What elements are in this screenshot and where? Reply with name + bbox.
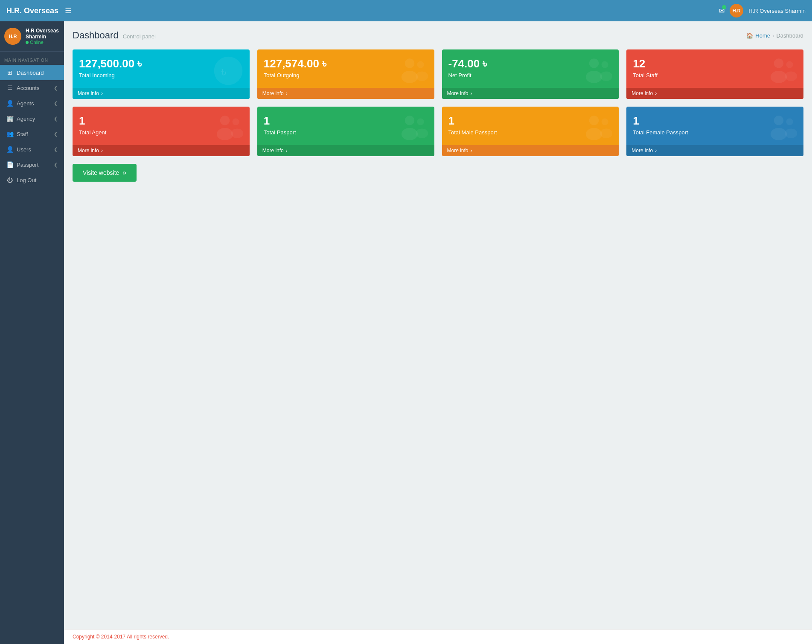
card-label: Total Agent <box>79 129 243 136</box>
sidebar-item-agency[interactable]: 🏢 Agency ❮ <box>0 111 64 126</box>
visit-website-button[interactable]: Visite website » <box>73 164 137 182</box>
arrow-right-icon: › <box>286 148 288 154</box>
card-total-agent: 1 Total Agent More info › <box>73 107 250 156</box>
card-label: Total Pasport <box>264 129 428 136</box>
sidebar-user-info: H.R Overseas Sharmin Online <box>26 28 60 45</box>
notification-icon[interactable]: ✉ <box>719 7 725 15</box>
chevron-right-icon: ❮ <box>54 116 58 122</box>
card-total-passport: 1 Total Pasport More info › <box>257 107 434 156</box>
card-total-male-passport: 1 Total Male Passport More info › <box>442 107 619 156</box>
staff-icon: 👥 <box>6 131 13 137</box>
card-label: Total Male Passport <box>448 129 613 136</box>
navbar-left: H.R. Overseas ☰ <box>6 6 72 15</box>
users-icon: 👤 <box>6 146 13 153</box>
cards-row-1: 127,500.00 ৳ Total Incoming ৳ More info … <box>73 49 803 99</box>
sidebar-avatar: H.R <box>4 28 21 45</box>
card-value: 127,500.00 ৳ <box>79 57 243 70</box>
card-value: 1 <box>633 114 797 128</box>
card-label: Net Profit <box>448 72 613 78</box>
rights-text: All rights reserved. <box>127 634 169 640</box>
sidebar: H.R H.R Overseas Sharmin Online Main Nav… <box>0 21 64 644</box>
card-value: 1 <box>264 114 428 128</box>
card-label: Total Incoming <box>79 72 243 78</box>
footer: Copyright © 2014-2017 All rights reserve… <box>64 629 812 644</box>
arrow-right-icon: › <box>101 148 103 154</box>
card-value: 1 <box>448 114 613 128</box>
card-value: -74.00 ৳ <box>448 57 613 70</box>
sidebar-item-agents[interactable]: 👤 Agents ❮ <box>0 96 64 111</box>
top-navbar: H.R. Overseas ☰ ✉ H.R H.R Overseas Sharm… <box>0 0 812 21</box>
breadcrumb-current: Dashboard <box>776 32 803 39</box>
sidebar-status: Online <box>26 40 60 45</box>
sidebar-item-label: Log Out <box>17 177 36 183</box>
breadcrumb-home[interactable]: Home <box>755 32 770 39</box>
logout-icon: ⏻ <box>6 177 13 183</box>
card-label: Total Female Passport <box>633 129 797 136</box>
card-total-female-passport: 1 Total Female Passport More info › <box>626 107 803 156</box>
card-label: Total Outgoing <box>264 72 428 78</box>
online-label: Online <box>30 40 44 45</box>
sidebar-item-label: Agents <box>17 100 34 107</box>
card-total-outgoing: 127,574.00 ৳ Total Outgoing More info › <box>257 49 434 99</box>
sidebar-item-label: Dashboard <box>17 70 44 76</box>
sidebar-item-label: Staff <box>17 131 28 137</box>
sidebar-item-logout[interactable]: ⏻ Log Out <box>0 172 64 188</box>
home-icon: 🏠 <box>746 32 753 39</box>
agency-icon: 🏢 <box>6 115 13 122</box>
sidebar-item-label: Passport <box>17 162 38 168</box>
page-subtitle: Control panel <box>123 33 156 40</box>
copyright-text: Copyright © 2014-2017 <box>73 634 127 640</box>
user-name-top: H.R Overseas Sharmin <box>748 8 806 14</box>
visit-label: Visite website <box>83 169 119 176</box>
card-value: 12 <box>633 57 797 70</box>
chevron-right-icon: ❮ <box>54 162 58 168</box>
agents-icon: 👤 <box>6 100 13 107</box>
arrow-right-icon: › <box>286 90 288 96</box>
page-title: Dashboard <box>73 30 119 41</box>
nav-section-label: Main Navigation <box>0 52 64 65</box>
sidebar-user-name: H.R Overseas Sharmin <box>26 28 60 40</box>
chevron-right-icon: ❮ <box>54 147 58 152</box>
user-avatar-top: H.R <box>730 4 743 17</box>
accounts-icon: ☰ <box>6 84 13 91</box>
sidebar-item-accounts[interactable]: ☰ Accounts ❮ <box>0 80 64 96</box>
breadcrumb: 🏠 Home › Dashboard <box>746 32 803 39</box>
card-total-incoming: 127,500.00 ৳ Total Incoming ৳ More info … <box>73 49 250 99</box>
arrow-right-icon: › <box>471 90 472 96</box>
online-dot <box>26 41 29 44</box>
navbar-right: ✉ H.R H.R Overseas Sharmin <box>719 4 806 17</box>
page-header: Dashboard Control panel 🏠 Home › Dashboa… <box>73 30 803 41</box>
sidebar-item-label: Accounts <box>17 85 39 91</box>
chevrons-right-icon: » <box>122 169 126 177</box>
sidebar-item-label: Users <box>17 146 31 153</box>
main-content: Dashboard Control panel 🏠 Home › Dashboa… <box>64 21 812 644</box>
sidebar-item-users[interactable]: 👤 Users ❮ <box>0 142 64 157</box>
sidebar-item-label: Agency <box>17 116 35 122</box>
sidebar-item-passport[interactable]: 📄 Passport ❮ <box>0 157 64 172</box>
chevron-right-icon: ❮ <box>54 101 58 106</box>
arrow-right-icon: › <box>471 148 472 154</box>
chevron-right-icon: ❮ <box>54 85 58 91</box>
arrow-right-icon: › <box>655 148 657 154</box>
chevron-right-icon: ❮ <box>54 131 58 137</box>
dashboard-icon: ⊞ <box>6 69 13 76</box>
card-net-profit: -74.00 ৳ Net Profit More info › <box>442 49 619 99</box>
sidebar-item-staff[interactable]: 👥 Staff ❮ <box>0 126 64 142</box>
sidebar-profile: H.R H.R Overseas Sharmin Online <box>0 21 64 52</box>
cards-row-2: 1 Total Agent More info › 1 Tota <box>73 107 803 156</box>
hamburger-icon[interactable]: ☰ <box>65 6 72 15</box>
notification-badge <box>722 5 726 9</box>
passport-icon: 📄 <box>6 161 13 168</box>
card-value: 127,574.00 ৳ <box>264 57 428 70</box>
brand-logo: H.R. Overseas <box>6 6 58 15</box>
card-total-staff: 12 Total Staff More info › <box>626 49 803 99</box>
sidebar-item-dashboard[interactable]: ⊞ Dashboard <box>0 65 64 80</box>
arrow-right-icon: › <box>655 90 657 96</box>
card-value: 1 <box>79 114 243 128</box>
card-label: Total Staff <box>633 72 797 78</box>
arrow-right-icon: › <box>101 90 103 96</box>
